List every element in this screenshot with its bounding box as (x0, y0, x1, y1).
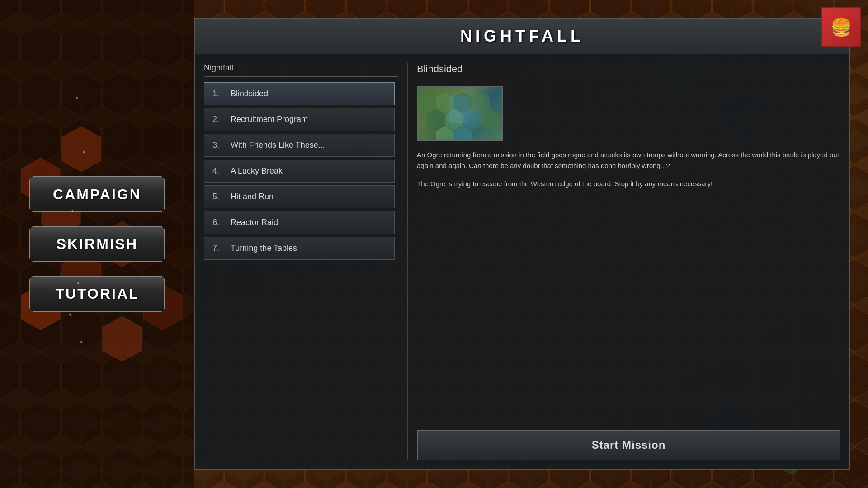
mission-item[interactable]: 4.A Lucky Break (204, 160, 395, 183)
panel-body: Nightfall 1.Blindsided2.Recruitment Prog… (195, 54, 849, 469)
mission-item[interactable]: 5.Hit and Run (204, 185, 395, 208)
panel-title: NIGHTFALL (208, 27, 836, 46)
svg-marker-22 (436, 92, 454, 113)
mission-detail-section: Blindsided (417, 63, 840, 460)
detail-bottom: Start Mission (417, 430, 840, 460)
mission-item[interactable]: 7.Turning the Tables (204, 237, 395, 260)
mission-map-preview (417, 86, 503, 141)
mission-number: 5. (212, 192, 226, 202)
logo: 🍔 (821, 7, 861, 47)
svg-marker-27 (463, 109, 481, 131)
svg-marker-26 (445, 109, 463, 131)
mission-item[interactable]: 2.Recruitment Program (204, 108, 395, 131)
skirmish-button[interactable]: SKIRMISH (29, 226, 165, 262)
mission-number: 2. (212, 115, 226, 124)
content-panel: NIGHTFALL Nightfall 1.Blindsided2.Recrui… (194, 18, 850, 470)
campaign-label: Nightfall (204, 63, 398, 77)
mission-item[interactable]: 6.Reactor Raid (204, 211, 395, 234)
mission-description-2: The Ogre is trying to escape from the We… (417, 178, 840, 189)
mission-number: 1. (212, 89, 226, 99)
sidebar: CAMPAIGN SKIRMISH TUTORIAL (0, 0, 194, 488)
svg-marker-28 (481, 109, 499, 131)
mission-name: Blindsided (231, 89, 268, 99)
mission-list: 1.Blindsided2.Recruitment Program3.With … (204, 82, 398, 460)
mission-number: 6. (212, 218, 226, 227)
mission-number: 3. (212, 141, 226, 150)
mission-name: Turning the Tables (231, 244, 297, 253)
panel-divider (407, 63, 408, 460)
mission-name: Hit and Run (231, 192, 274, 202)
mission-name: Reactor Raid (231, 218, 278, 227)
detail-title: Blindsided (417, 63, 840, 79)
svg-marker-25 (427, 109, 445, 131)
mission-item[interactable]: 1.Blindsided (204, 82, 395, 105)
mission-number: 4. (212, 166, 226, 176)
mission-list-section: Nightfall 1.Blindsided2.Recruitment Prog… (204, 63, 398, 460)
tutorial-button[interactable]: TUTORIAL (29, 276, 165, 312)
mission-number: 7. (212, 244, 226, 253)
map-preview-inner (418, 87, 502, 140)
mission-item[interactable]: 3.With Friends Like These... (204, 134, 395, 157)
logo-icon: 🍔 (830, 17, 852, 37)
mission-name: A Lucky Break (231, 166, 283, 176)
campaign-button[interactable]: CAMPAIGN (29, 176, 165, 212)
svg-marker-23 (454, 92, 472, 113)
svg-marker-24 (472, 92, 490, 113)
mission-name: Recruitment Program (231, 115, 308, 124)
start-mission-button[interactable]: Start Mission (417, 430, 840, 460)
panel-header: NIGHTFALL (195, 19, 849, 54)
svg-marker-21 (418, 92, 436, 113)
mission-description-1: An Ogre returning from a mission in the … (417, 150, 840, 171)
mission-name: With Friends Like These... (231, 141, 325, 150)
